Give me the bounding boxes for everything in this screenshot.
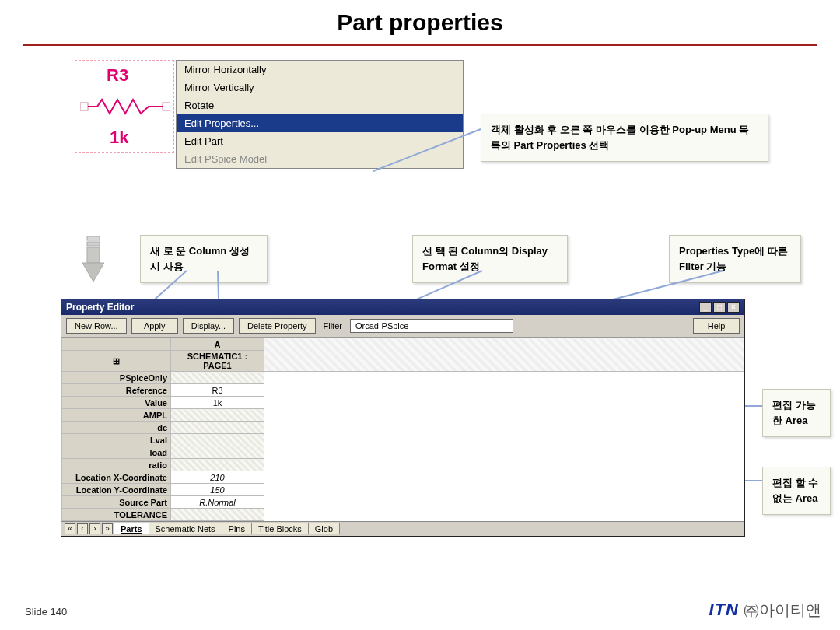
- brand-itn: ITN: [709, 600, 738, 619]
- context-menu-item[interactable]: Mirror Vertically: [177, 79, 463, 96]
- filter-select[interactable]: Orcad-PSpice: [350, 319, 513, 333]
- property-row-value[interactable]: [171, 434, 264, 446]
- property-row-value[interactable]: [171, 409, 264, 422]
- property-row-value[interactable]: R3: [171, 384, 264, 397]
- svg-rect-2: [87, 236, 100, 240]
- property-row-value[interactable]: [171, 422, 264, 434]
- col-header-a[interactable]: A: [171, 338, 264, 351]
- resistor-icon: [80, 96, 170, 117]
- property-row-name[interactable]: PSpiceOnly: [62, 372, 171, 384]
- tab-nav-prev-icon[interactable]: ‹: [77, 523, 88, 534]
- minimize-icon[interactable]: _: [699, 302, 712, 313]
- divider: [23, 44, 817, 46]
- property-row-name[interactable]: Source Part: [62, 496, 171, 509]
- resistor-ref: R3: [107, 65, 128, 86]
- property-row-name[interactable]: Location Y-Coordinate: [62, 484, 171, 496]
- property-row-name[interactable]: AMPL: [62, 409, 171, 422]
- sheet-tab[interactable]: Parts: [114, 523, 149, 534]
- property-row-name[interactable]: ratio: [62, 459, 171, 471]
- property-row-name[interactable]: Value: [62, 397, 171, 409]
- delete-property-button[interactable]: Delete Property: [239, 318, 315, 334]
- sheet-tabs: « ‹ › » PartsSchematic NetsPinsTitle Blo…: [61, 521, 744, 536]
- slide-number: Slide 140: [25, 606, 67, 618]
- context-menu-item[interactable]: Edit Properties...: [177, 114, 463, 132]
- maximize-icon[interactable]: □: [713, 302, 726, 313]
- context-menu-item[interactable]: Rotate: [177, 96, 463, 114]
- page-title: Part properties: [0, 0, 840, 44]
- property-row-name[interactable]: Lval: [62, 434, 171, 446]
- property-row-value[interactable]: R.Normal: [171, 496, 264, 509]
- svg-rect-0: [80, 103, 88, 110]
- property-row-name[interactable]: dc: [62, 422, 171, 434]
- tab-nav-next-icon[interactable]: ›: [89, 523, 100, 534]
- svg-rect-1: [163, 103, 170, 110]
- context-menu-item[interactable]: Edit Part: [177, 132, 463, 150]
- tab-nav-first-icon[interactable]: «: [65, 523, 75, 534]
- page-cell[interactable]: SCHEMATIC1 : PAGE1: [171, 351, 264, 372]
- tab-nav-last-icon[interactable]: »: [102, 523, 113, 534]
- window-title: Property Editor: [66, 302, 134, 313]
- sheet-tab[interactable]: Schematic Nets: [149, 523, 222, 534]
- property-row-name[interactable]: TOLERANCE: [62, 509, 171, 521]
- context-menu: Mirror HorizontallyMirror VerticallyRota…: [176, 60, 464, 169]
- property-row-name[interactable]: Reference: [62, 384, 171, 397]
- callout-popup: 객체 활성화 후 오른 쪽 마우스를 이용한 Pop-up Menu 목록의 P…: [481, 114, 768, 162]
- brand-kr: ㈜아이티앤: [744, 601, 821, 618]
- sheet-tab[interactable]: Pins: [222, 523, 252, 534]
- property-row-value[interactable]: [171, 446, 264, 459]
- property-row-value[interactable]: 210: [171, 471, 264, 484]
- resistor-value: 1k: [110, 128, 128, 148]
- property-row-value[interactable]: [171, 509, 264, 521]
- svg-marker-5: [82, 263, 104, 282]
- property-row-value[interactable]: [171, 372, 264, 384]
- property-row-value[interactable]: [171, 459, 264, 471]
- context-menu-item[interactable]: Mirror Horizontally: [177, 61, 463, 79]
- help-button[interactable]: Help: [693, 318, 740, 334]
- callout-new-column: 새 로 운 Column 생성 시 사용: [140, 235, 268, 283]
- property-row-name[interactable]: load: [62, 446, 171, 459]
- property-row-value[interactable]: 1k: [171, 397, 264, 409]
- new-row-button[interactable]: New Row...: [66, 318, 127, 334]
- callout-filter: Properties Type에 따른 Filter 기능: [669, 235, 801, 283]
- filter-label: Filter: [320, 321, 345, 331]
- context-menu-item[interactable]: Edit PSpice Model: [177, 150, 463, 168]
- property-editor-window: Property Editor _ □ × New Row... Apply D…: [61, 299, 745, 537]
- close-icon[interactable]: ×: [727, 302, 740, 313]
- apply-button[interactable]: Apply: [131, 318, 178, 334]
- callout-selected-column: 선 택 된 Column의 Display Format 설정: [412, 235, 568, 283]
- sheet-tab[interactable]: Glob: [308, 523, 340, 534]
- down-arrow-icon: [82, 236, 104, 283]
- footer-brand: ITN ㈜아이티앤: [709, 600, 821, 621]
- property-row-value[interactable]: 150: [171, 484, 264, 496]
- svg-rect-3: [87, 242, 100, 246]
- sheet-tab[interactable]: Title Blocks: [251, 523, 309, 534]
- window-titlebar: Property Editor _ □ ×: [61, 299, 744, 315]
- callout-editable: 편집 가능한 Area: [762, 389, 831, 437]
- callout-readonly: 편집 할 수 없는 Area: [762, 467, 831, 515]
- property-grid[interactable]: A ⊞ SCHEMATIC1 : PAGE1 PSpiceOnlyReferen…: [61, 338, 744, 521]
- svg-rect-4: [87, 247, 100, 263]
- toolbar: New Row... Apply Display... Delete Prope…: [61, 315, 744, 337]
- resistor-symbol: R3 1k: [75, 60, 174, 153]
- property-row-name[interactable]: Location X-Coordinate: [62, 471, 171, 484]
- display-button[interactable]: Display...: [183, 318, 234, 334]
